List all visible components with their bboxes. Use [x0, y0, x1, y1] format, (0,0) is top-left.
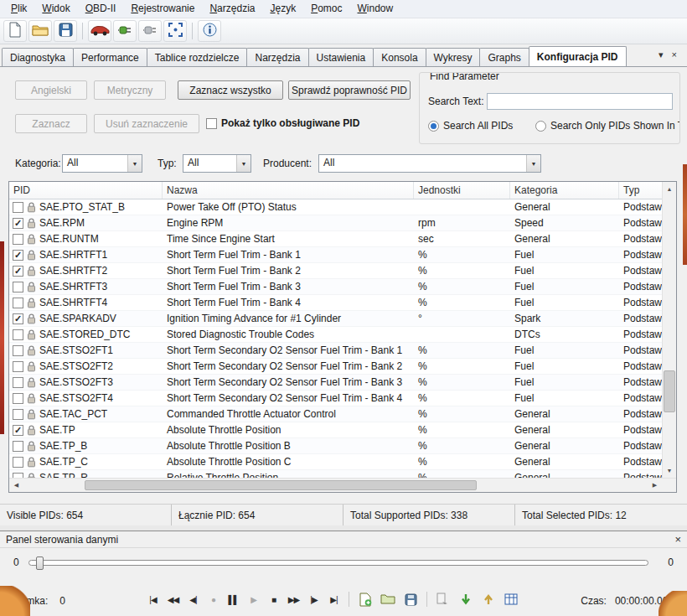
menu-rejestrowanie[interactable]: Rejestrowanie	[123, 0, 202, 18]
row-checkbox[interactable]	[13, 218, 23, 229]
scroll-left-icon[interactable]: ◀	[9, 479, 23, 493]
playback-slider[interactable]	[28, 560, 648, 566]
table-row[interactable]: SAE.SHRTFT4Short Term Fuel Trim - Bank 4…	[9, 295, 662, 311]
column-header-jednostki[interactable]: Jednostki	[414, 182, 510, 199]
scroll-up-icon[interactable]: ▲	[663, 182, 676, 196]
table-row[interactable]: SAE.STSO2FT3Short Term Secondary O2 Sens…	[9, 375, 662, 391]
row-checkbox[interactable]	[13, 298, 23, 308]
tab-close-icon[interactable]: ×	[672, 49, 677, 60]
scroll-right-icon[interactable]: ▶	[648, 479, 662, 493]
table-row[interactable]: SAE.TPAbsolute Throttle Position%General…	[9, 422, 662, 438]
column-header-kategoria[interactable]: Kategoria	[510, 182, 619, 199]
row-checkbox[interactable]	[13, 282, 23, 292]
table-row[interactable]: SAE.TP_CAbsolute Throttle Position C%Gen…	[9, 454, 662, 470]
step-back-button[interactable]: ◀|	[184, 590, 202, 608]
tab-performance[interactable]: Performance	[73, 48, 147, 66]
table-row[interactable]: SAE.STSO2FT4Short Term Secondary O2 Sens…	[9, 391, 662, 406]
select-button[interactable]: Zaznacz	[15, 114, 87, 133]
open-file-button[interactable]	[28, 20, 52, 42]
table-capture-button[interactable]	[501, 590, 521, 608]
row-checkbox[interactable]	[13, 345, 23, 356]
fast-forward-button[interactable]: ▶▶	[285, 590, 302, 608]
table-row[interactable]: SAE.SHRTFT2Short Term Fuel Trim - Bank 2…	[9, 263, 662, 279]
row-checkbox[interactable]	[13, 234, 23, 245]
step-forward-button[interactable]: |▶	[305, 590, 323, 608]
save-button[interactable]	[54, 20, 77, 42]
disconnect-button[interactable]	[138, 20, 162, 42]
tab-ustawienia[interactable]: Ustawienia	[308, 48, 374, 66]
stop-button[interactable]: ■	[265, 590, 282, 608]
vertical-scrollbar[interactable]: ▲ ▼	[662, 182, 676, 478]
validate-pid-button[interactable]: Sprawdź poprawność PID	[288, 80, 411, 100]
column-header-pid[interactable]: PID	[9, 182, 163, 199]
row-checkbox[interactable]	[13, 457, 23, 468]
table-row[interactable]: SAE.TP_RRelative Throttle Position%Gener…	[9, 470, 662, 478]
row-checkbox[interactable]	[13, 441, 23, 452]
table-row[interactable]: SAE.STSO2FT2Short Term Secondary O2 Sens…	[9, 359, 662, 375]
tab-wykresy[interactable]: Wykresy	[426, 48, 481, 66]
kategoria-combo[interactable]: All ▼	[62, 154, 142, 173]
menu-widok[interactable]: Widok	[34, 0, 77, 18]
connect-button[interactable]	[113, 20, 137, 42]
table-row[interactable]: SAE.TP_BAbsolute Throttle Position B%Gen…	[9, 438, 662, 454]
row-checkbox[interactable]	[13, 377, 23, 388]
tab-list-dropdown-icon[interactable]: ▾	[659, 49, 664, 60]
panel-close-icon[interactable]: ×	[674, 534, 681, 545]
pause-button[interactable]: ▌▌	[225, 590, 242, 608]
download-data-button[interactable]	[456, 590, 476, 608]
skip-end-button[interactable]: ▶|	[325, 590, 343, 608]
row-checkbox[interactable]	[13, 202, 23, 213]
tab-tablice-rozdzielcze[interactable]: Tablice rozdzielcze	[147, 48, 248, 66]
row-checkbox[interactable]	[13, 250, 23, 261]
table-row[interactable]: SAE.RPMEngine RPMrpmSpeedPodstaw	[9, 215, 662, 231]
select-all-button[interactable]: Zaznacz wszystko	[178, 80, 283, 100]
play-button[interactable]: ▶	[245, 590, 262, 608]
row-checkbox[interactable]	[13, 409, 23, 420]
tab-konsola[interactable]: Konsola	[373, 48, 426, 66]
vertical-scroll-thumb[interactable]	[664, 370, 675, 412]
table-row[interactable]: SAE.SPARKADVIgnition Timing Advance for …	[9, 311, 662, 327]
horizontal-scroll-thumb[interactable]	[85, 480, 477, 490]
menu-pomoc[interactable]: Pomoc	[303, 0, 349, 18]
export-log-button[interactable]	[433, 590, 453, 608]
screen-capture-button[interactable]	[163, 20, 187, 42]
table-row[interactable]: SAE.STORED_DTCStored Diagnostic Trouble …	[9, 327, 662, 343]
new-log-button[interactable]	[355, 590, 375, 608]
search-shown-radio[interactable]	[535, 121, 546, 132]
menu-window[interactable]: Window	[350, 0, 401, 18]
producent-combo[interactable]: All ▼	[318, 154, 541, 173]
menu-narz-dzia[interactable]: Narzędzia	[202, 0, 262, 18]
column-header-typ[interactable]: Typ	[619, 182, 662, 199]
horizontal-scrollbar[interactable]: ◀ ▶	[9, 478, 676, 492]
save-log-button[interactable]	[400, 590, 421, 608]
menu-plik[interactable]: Plik	[3, 0, 34, 18]
column-header-nazwa[interactable]: Nazwa	[163, 182, 414, 199]
tab-diagnostyka[interactable]: Diagnostyka	[2, 48, 74, 66]
rewind-button[interactable]: ◀◀	[164, 590, 182, 608]
table-row[interactable]: SAE.RUNTMTime Since Engine StartsecGener…	[9, 231, 662, 247]
new-file-button[interactable]	[3, 20, 27, 42]
table-row[interactable]: SAE.PTO_STAT_BPower Take Off (PTO) Statu…	[9, 199, 662, 215]
menu-j-zyk[interactable]: Język	[262, 0, 303, 18]
typ-combo[interactable]: All ▼	[183, 154, 251, 173]
table-row[interactable]: SAE.SHRTFT1Short Term Fuel Trim - Bank 1…	[9, 247, 662, 263]
info-button[interactable]	[198, 20, 221, 42]
vehicle-button[interactable]	[88, 20, 111, 42]
record-button[interactable]: ●	[204, 590, 222, 608]
english-button[interactable]: Angielski	[15, 80, 87, 100]
table-row[interactable]: SAE.SHRTFT3Short Term Fuel Trim - Bank 3…	[9, 279, 662, 295]
search-text-input[interactable]	[487, 93, 673, 110]
table-row[interactable]: SAE.STSO2FT1Short Term Secondary O2 Sens…	[9, 343, 662, 359]
row-checkbox[interactable]	[13, 266, 23, 277]
tab-konfiguracja-pid[interactable]: Konfiguracja PID	[529, 46, 627, 66]
table-row[interactable]: SAE.TAC_PCTCommanded Throttle Actuator C…	[9, 406, 662, 422]
deselect-button[interactable]: Usuń zaznaczenie	[94, 114, 199, 133]
open-log-button[interactable]	[378, 590, 398, 608]
row-checkbox[interactable]	[13, 393, 23, 404]
scroll-down-icon[interactable]: ▼	[663, 463, 676, 478]
menu-obd-ii[interactable]: OBD-II	[78, 0, 124, 18]
row-checkbox[interactable]	[13, 425, 23, 436]
row-checkbox[interactable]	[13, 313, 23, 324]
upload-data-button[interactable]	[478, 590, 498, 608]
tab-graphs[interactable]: Graphs	[479, 48, 529, 66]
